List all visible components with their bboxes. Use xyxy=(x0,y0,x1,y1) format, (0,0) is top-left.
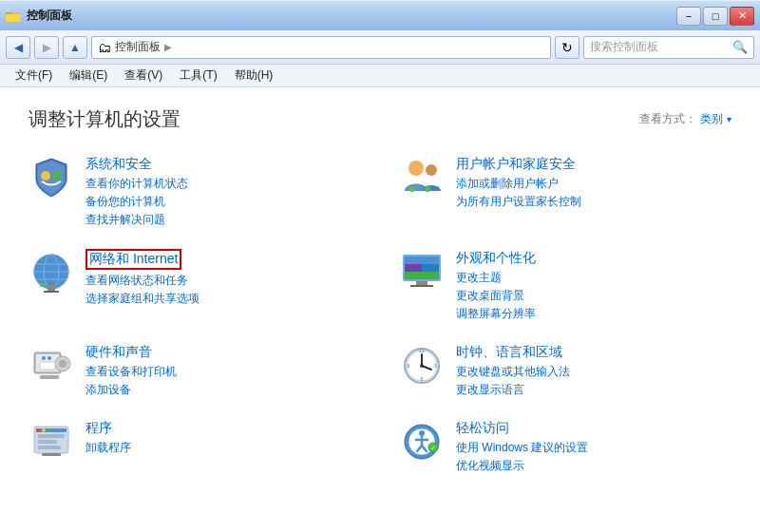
accessibility-content: 轻松访问 使用 Windows 建议的设置 优化视频显示 xyxy=(456,419,732,476)
accessibility-title[interactable]: 轻松访问 xyxy=(456,420,509,437)
network-internet-icon xyxy=(28,249,74,294)
network-internet-link-0[interactable]: 查看网络状态和任务 xyxy=(86,273,361,289)
menu-file[interactable]: 文件(F) xyxy=(8,66,60,86)
svg-rect-48 xyxy=(38,434,65,438)
svg-point-31 xyxy=(42,356,46,360)
address-folder-icon: 🗂 xyxy=(98,40,111,55)
programs-title[interactable]: 程序 xyxy=(86,420,112,437)
programs-content: 程序 卸载程序 xyxy=(86,419,361,458)
svg-text:3: 3 xyxy=(434,363,437,369)
title-bar-controls: − □ ✕ xyxy=(676,7,754,26)
svg-rect-30 xyxy=(40,375,59,379)
appearance-title[interactable]: 外观和个性化 xyxy=(456,250,536,267)
system-security-title[interactable]: 系统和安全 xyxy=(86,156,152,173)
svg-rect-33 xyxy=(40,362,55,370)
view-mode-label: 查看方式： xyxy=(639,111,696,127)
svg-rect-15 xyxy=(48,285,55,291)
maximize-button[interactable]: □ xyxy=(703,7,728,26)
main-content: 调整计算机的设置 查看方式： 类别 ▾ 系统和安全 查看你的计算机状态 xyxy=(0,87,760,532)
svg-rect-24 xyxy=(416,281,428,285)
appearance-link-1[interactable]: 更改桌面背景 xyxy=(456,288,732,304)
svg-text:✓: ✓ xyxy=(430,445,436,451)
programs-link-0[interactable]: 卸载程序 xyxy=(86,440,361,456)
hardware-sound-icon xyxy=(28,343,74,389)
address-arrow: ▶ xyxy=(164,42,172,52)
menu-view[interactable]: 查看(V) xyxy=(117,66,170,86)
hardware-sound-link-1[interactable]: 添加设备 xyxy=(86,382,361,398)
title-folder-icon xyxy=(6,9,21,24)
menu-tools[interactable]: 工具(T) xyxy=(172,66,224,86)
categories-grid: 系统和安全 查看你的计算机状态 备份您的计算机 查找并解决问题 用户帐户和家庭安 xyxy=(28,155,732,476)
menu-edit[interactable]: 编辑(E) xyxy=(62,66,115,86)
system-security-link-0[interactable]: 查看你的计算机状态 xyxy=(86,176,361,192)
svg-rect-25 xyxy=(410,285,433,287)
user-accounts-content: 用户帐户和家庭安全 添加或删除用户帐户 为所有用户设置家长控制 xyxy=(456,155,732,212)
user-accounts-link-0[interactable]: 添加或删除用户帐户 xyxy=(456,176,732,192)
refresh-button[interactable]: ↻ xyxy=(555,36,580,59)
category-programs: 程序 卸载程序 xyxy=(28,419,361,476)
category-user-accounts: 用户帐户和家庭安全 添加或删除用户帐户 为所有用户设置家长控制 xyxy=(399,155,732,230)
category-appearance: 外观和个性化 更改主题 更改桌面背景 调整屏幕分辨率 xyxy=(399,249,732,324)
category-clock-language: 12 3 6 9 时钟、语言和区域 更改键盘或其他输入法 更改显示语言 xyxy=(399,343,732,400)
system-security-content: 系统和安全 查看你的计算机状态 备份您的计算机 查找并解决问题 xyxy=(86,155,361,230)
search-placeholder: 搜索控制面板 xyxy=(590,39,729,55)
appearance-link-2[interactable]: 调整屏幕分辨率 xyxy=(456,306,732,322)
clock-language-link-1[interactable]: 更改显示语言 xyxy=(456,382,732,398)
svg-point-6 xyxy=(426,164,437,176)
title-text: 控制面板 xyxy=(27,8,72,24)
category-network-internet: 网络和 Internet 查看网络状态和任务 选择家庭组和共享选项 xyxy=(28,249,361,324)
view-chevron-icon: ▾ xyxy=(727,114,732,124)
minimize-button[interactable]: − xyxy=(676,7,701,26)
network-internet-link-1[interactable]: 选择家庭组和共享选项 xyxy=(86,291,361,307)
svg-text:9: 9 xyxy=(408,363,410,369)
system-security-link-1[interactable]: 备份您的计算机 xyxy=(86,194,361,210)
search-box[interactable]: 搜索控制面板 🔍 xyxy=(583,36,754,59)
svg-point-45 xyxy=(36,428,40,432)
svg-point-7 xyxy=(409,186,415,192)
hardware-sound-content: 硬件和声音 查看设备和打印机 添加设备 xyxy=(86,343,361,400)
svg-rect-17 xyxy=(40,283,46,287)
category-hardware-sound: 硬件和声音 查看设备和打印机 添加设备 xyxy=(28,343,361,400)
title-bar: 控制面板 − □ ✕ xyxy=(0,0,760,30)
search-icon[interactable]: 🔍 xyxy=(732,40,748,54)
svg-rect-22 xyxy=(422,264,439,272)
title-bar-left: 控制面板 xyxy=(6,8,72,24)
system-security-link-2[interactable]: 查找并解决问题 xyxy=(86,212,361,228)
user-accounts-link-1[interactable]: 为所有用户设置家长控制 xyxy=(456,194,732,210)
network-internet-content: 网络和 Internet 查看网络状态和任务 选择家庭组和共享选项 xyxy=(86,249,361,309)
svg-point-4 xyxy=(52,171,62,180)
close-button[interactable]: ✕ xyxy=(730,7,754,26)
hardware-sound-link-0[interactable]: 查看设备和打印机 xyxy=(86,364,361,380)
svg-rect-50 xyxy=(38,446,61,449)
page-title: 调整计算机的设置 xyxy=(28,106,180,132)
view-mode-value[interactable]: 类别 xyxy=(700,111,723,127)
svg-rect-2 xyxy=(6,14,20,22)
hardware-sound-title[interactable]: 硬件和声音 xyxy=(86,344,152,361)
svg-point-3 xyxy=(41,171,50,180)
forward-button[interactable]: ▶ xyxy=(34,36,59,59)
menu-help[interactable]: 帮助(H) xyxy=(227,66,281,86)
back-button[interactable]: ◀ xyxy=(6,36,30,59)
appearance-link-0[interactable]: 更改主题 xyxy=(456,270,732,286)
system-security-icon xyxy=(28,155,74,200)
user-accounts-icon xyxy=(399,155,445,200)
user-accounts-title[interactable]: 用户帐户和家庭安全 xyxy=(456,156,576,173)
clock-language-link-0[interactable]: 更改键盘或其他输入法 xyxy=(456,364,732,380)
svg-point-32 xyxy=(48,356,51,360)
accessibility-icon: ✓ xyxy=(399,419,445,465)
clock-language-title[interactable]: 时钟、语言和区域 xyxy=(456,344,562,361)
accessibility-link-0[interactable]: 使用 Windows 建议的设置 xyxy=(456,440,732,456)
address-box[interactable]: 🗂 控制面板 ▶ xyxy=(91,36,551,59)
network-internet-title[interactable]: 网络和 Internet xyxy=(86,249,181,270)
category-system-security: 系统和安全 查看你的计算机状态 备份您的计算机 查找并解决问题 xyxy=(28,155,361,230)
clock-language-content: 时钟、语言和区域 更改键盘或其他输入法 更改显示语言 xyxy=(456,343,732,400)
svg-rect-20 xyxy=(405,256,439,264)
svg-point-47 xyxy=(48,428,51,432)
appearance-icon xyxy=(399,249,445,294)
accessibility-link-1[interactable]: 优化视频显示 xyxy=(456,458,732,474)
svg-point-38 xyxy=(420,364,424,368)
up-button[interactable]: ▲ xyxy=(63,36,87,59)
appearance-content: 外观和个性化 更改主题 更改桌面背景 调整屏幕分辨率 xyxy=(456,249,732,324)
address-bar: ◀ ▶ ▲ 🗂 控制面板 ▶ ↻ 搜索控制面板 🔍 xyxy=(0,30,760,65)
clock-language-icon: 12 3 6 9 xyxy=(399,343,445,389)
